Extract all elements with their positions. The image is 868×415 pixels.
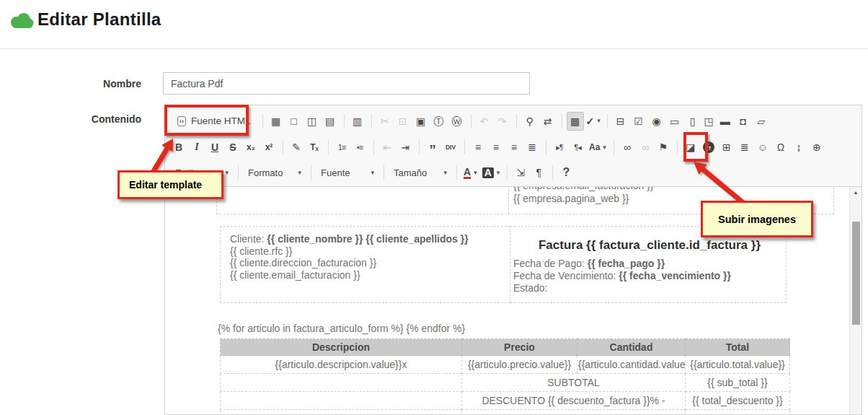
smiley-icon: ☺ bbox=[758, 142, 768, 152]
print-button[interactable]: ▤ bbox=[322, 112, 339, 131]
editor-scrollbar[interactable]: ▲ bbox=[849, 187, 862, 414]
page-title: Editar Plantilla bbox=[37, 9, 161, 30]
tamano-dropdown[interactable]: Tamaño▾ bbox=[389, 163, 452, 182]
flash-button[interactable]: ϟ bbox=[700, 138, 717, 157]
special-char-button[interactable]: Ω bbox=[772, 138, 789, 157]
blockquote-icon: ” bbox=[429, 147, 436, 153]
toolbar-row-1: ‹›Fuente HTML▦□◫▤▥✂⊡▣ⓉⓌ↶↷⚲⇄▩✓▾⊟☑◉▭▯◳▬◘▱ bbox=[165, 105, 862, 134]
justify-button[interactable]: ≣ bbox=[523, 138, 541, 157]
copy-format-button[interactable]: ✎ bbox=[288, 138, 305, 157]
superscript-button[interactable]: x² bbox=[260, 138, 278, 157]
editor-content-area[interactable]: {{ empresa.email_facturacion }} {{ empre… bbox=[165, 186, 862, 414]
estilo-dropdown[interactable]: Estilo▾ bbox=[170, 163, 234, 182]
toolbar-separator bbox=[546, 140, 546, 154]
descuento-empty-cell bbox=[221, 392, 462, 410]
redo-button: ↷ bbox=[494, 112, 511, 131]
text-color-button[interactable]: A▾ bbox=[461, 163, 479, 182]
ltr-button[interactable]: ▸¶ bbox=[551, 138, 568, 157]
cut-icon: ✂ bbox=[381, 116, 389, 126]
iframe-button[interactable]: ⊕ bbox=[808, 138, 825, 157]
bold-button[interactable]: B bbox=[170, 138, 187, 157]
save-icon: ▦ bbox=[271, 116, 280, 126]
scroll-up-icon[interactable]: ▲ bbox=[850, 187, 862, 198]
select-all-button[interactable]: ▩ bbox=[567, 112, 584, 131]
templates-icon: ▥ bbox=[353, 116, 362, 126]
paste-text-button[interactable]: Ⓣ bbox=[430, 112, 448, 131]
language-button[interactable]: Aa▾ bbox=[587, 138, 608, 157]
spell-check-button[interactable]: ✓▾ bbox=[585, 112, 602, 131]
button-field-button[interactable]: ▬ bbox=[717, 112, 734, 131]
image-button-button[interactable]: ◘ bbox=[735, 112, 752, 131]
new-page-button[interactable]: □ bbox=[285, 112, 303, 131]
align-left-button[interactable]: ≡ bbox=[469, 138, 487, 157]
rtl-button[interactable]: ¶◂ bbox=[569, 138, 586, 157]
align-right-button[interactable]: ≡ bbox=[505, 138, 523, 157]
subtotal-value-cell: {{ sub_total }} bbox=[686, 374, 790, 392]
subscript-button[interactable]: x₂ bbox=[242, 138, 260, 157]
underline-button[interactable]: U bbox=[206, 138, 223, 157]
smiley-button[interactable]: ☺ bbox=[754, 138, 771, 157]
italic-icon: I bbox=[195, 142, 198, 152]
align-left-icon: ≡ bbox=[475, 142, 481, 152]
estilo-label: Estilo bbox=[175, 167, 198, 178]
radio-button[interactable]: ◉ bbox=[648, 112, 665, 131]
anchor-button[interactable]: ⚑ bbox=[655, 138, 672, 157]
chevron-down-icon: ▾ bbox=[298, 170, 301, 176]
cliente-factura-row: Cliente: {{ cliente_nombre }} {{ cliente… bbox=[220, 226, 787, 303]
numbered-list-icon: 1≡ bbox=[338, 144, 346, 152]
bold-icon: B bbox=[175, 142, 182, 152]
header-precio: Precio bbox=[462, 339, 577, 356]
align-center-button[interactable]: ≡ bbox=[487, 138, 505, 157]
subtotal-empty-cell bbox=[221, 374, 462, 392]
nombre-input[interactable] bbox=[163, 72, 530, 95]
italic-button[interactable]: I bbox=[188, 138, 205, 157]
remove-format-icon: Tₓ bbox=[310, 143, 319, 152]
scrollbar-thumb[interactable] bbox=[852, 222, 860, 325]
source-icon: ‹› bbox=[177, 116, 186, 126]
copy-icon: ⊡ bbox=[399, 116, 407, 126]
spell-check-icon: ✓ bbox=[585, 116, 594, 126]
about-button[interactable]: ? bbox=[557, 163, 575, 182]
maximize-button[interactable]: ⇲ bbox=[512, 163, 529, 182]
find-icon: ⚲ bbox=[526, 116, 533, 126]
formato-dropdown[interactable]: Formato▾ bbox=[243, 163, 306, 182]
preview-button[interactable]: ◫ bbox=[304, 112, 321, 131]
replace-button[interactable]: ⇄ bbox=[539, 112, 557, 131]
chevron-down-icon: ▾ bbox=[443, 170, 447, 176]
text-field-button[interactable]: ▭ bbox=[666, 112, 683, 131]
table-button[interactable]: ⊞ bbox=[718, 138, 735, 157]
link-button[interactable]: ∞ bbox=[619, 138, 636, 157]
numbered-list-button[interactable]: 1≡ bbox=[333, 138, 350, 157]
strikethrough-button[interactable]: S bbox=[224, 138, 242, 157]
toolbar-separator bbox=[419, 140, 420, 154]
estado-line: Estado: bbox=[513, 282, 786, 294]
page-header: Editar Plantilla bbox=[0, 0, 868, 49]
bulleted-list-button[interactable]: •≡ bbox=[351, 138, 368, 157]
paste-button[interactable]: ▣ bbox=[412, 112, 430, 131]
bulleted-list-icon: •≡ bbox=[357, 144, 363, 152]
find-button[interactable]: ⚲ bbox=[521, 112, 539, 131]
hidden-field-button[interactable]: ▱ bbox=[753, 112, 770, 131]
fuente-dropdown[interactable]: Fuente▾ bbox=[316, 163, 379, 182]
indent-button[interactable]: ⇥ bbox=[397, 138, 414, 157]
source-button[interactable]: ‹›Fuente HTML bbox=[170, 111, 258, 131]
remove-format-button[interactable]: Tₓ bbox=[306, 138, 323, 157]
div-container-button[interactable]: DIV bbox=[442, 138, 459, 157]
select-field-button[interactable]: ◳ bbox=[702, 112, 716, 131]
blockquote-button[interactable]: ” bbox=[424, 138, 441, 157]
image-button[interactable]: ◪ bbox=[682, 138, 699, 157]
fuente-label: Fuente bbox=[321, 167, 350, 178]
templates-button[interactable]: ▥ bbox=[349, 112, 366, 131]
textarea-button[interactable]: ▯ bbox=[684, 112, 701, 131]
text-color-icon: A bbox=[464, 167, 471, 179]
form-button[interactable]: ⊟ bbox=[612, 112, 629, 131]
bg-color-button[interactable]: A▾ bbox=[480, 163, 502, 182]
page-break-button[interactable]: ↨ bbox=[790, 138, 807, 157]
cliente-nombre-line: Cliente: {{ cliente_nombre }} {{ cliente… bbox=[230, 233, 510, 245]
show-blocks-button[interactable]: ¶ bbox=[530, 163, 547, 182]
save-button[interactable]: ▦ bbox=[267, 112, 285, 131]
checkbox-button[interactable]: ☑ bbox=[630, 112, 647, 131]
paste-word-button[interactable]: Ⓦ bbox=[448, 112, 466, 131]
horizontal-rule-button[interactable]: ≣ bbox=[736, 138, 753, 157]
header-descripcion: Descripcion bbox=[221, 339, 462, 356]
